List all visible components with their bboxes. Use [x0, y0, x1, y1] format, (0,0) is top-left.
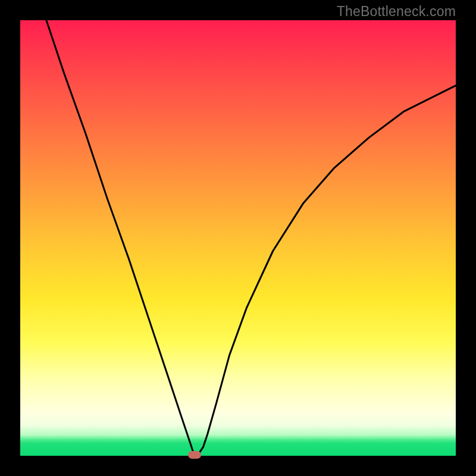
plot-area: [20, 20, 456, 456]
chart-frame: TheBottleneck.com: [0, 0, 476, 476]
bottleneck-curve: [20, 20, 456, 456]
watermark-text: TheBottleneck.com: [337, 4, 456, 20]
minimum-marker: [188, 451, 201, 459]
